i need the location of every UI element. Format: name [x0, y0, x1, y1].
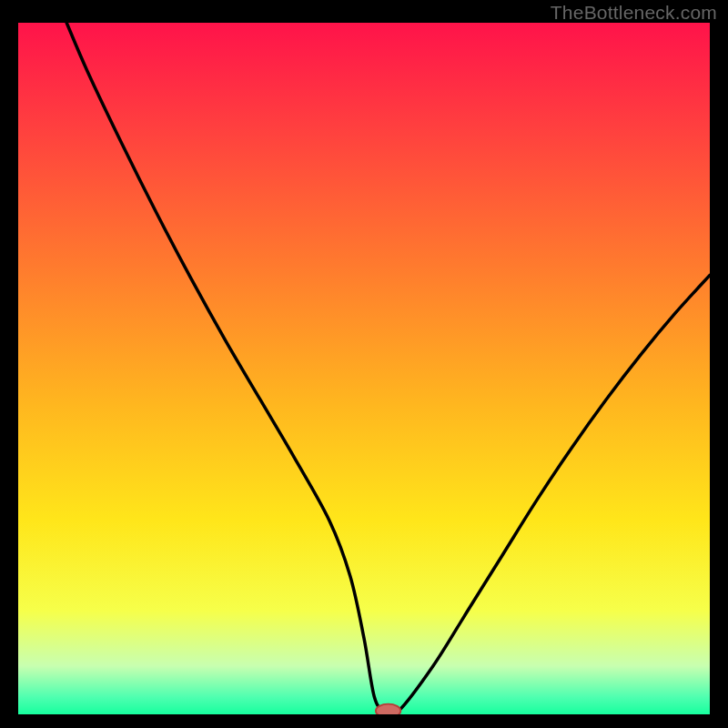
optimum-marker — [376, 704, 400, 714]
chart-svg — [18, 23, 710, 714]
plot-area — [18, 23, 710, 714]
chart-frame: TheBottleneck.com — [0, 0, 728, 728]
watermark-text: TheBottleneck.com — [551, 2, 717, 24]
gradient-rect — [18, 23, 710, 714]
